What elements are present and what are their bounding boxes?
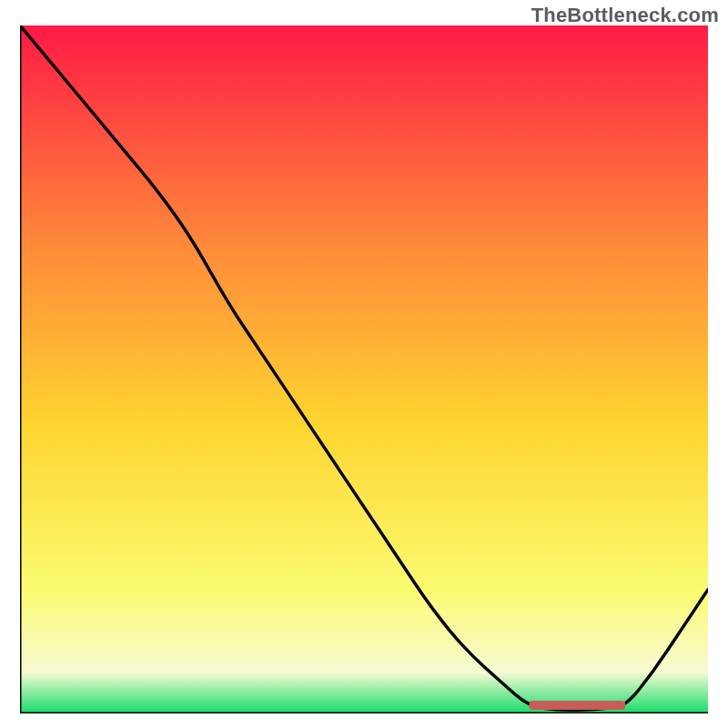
chart-svg xyxy=(20,25,708,713)
watermark-text: TheBottleneck.com xyxy=(531,4,719,27)
optimal-range-marker xyxy=(529,701,625,710)
heatmap-background xyxy=(20,25,708,713)
chart-area xyxy=(20,25,708,713)
